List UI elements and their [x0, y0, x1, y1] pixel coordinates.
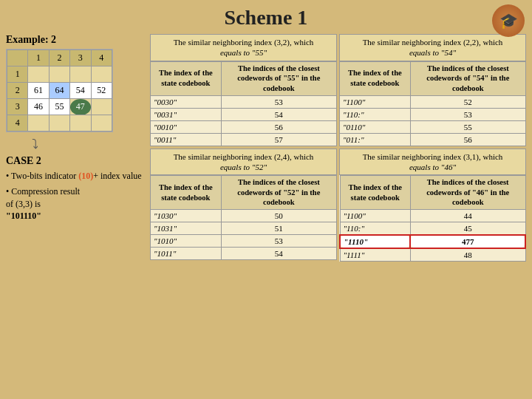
sections-grid: The similar neighboring index (3,2), whi… [150, 34, 526, 262]
grid-cell [70, 115, 91, 132]
grid-row-header-1: 1 [7, 66, 28, 83]
result-code: "101110" [6, 211, 41, 221]
cell-value: 55 [410, 120, 525, 133]
table-row: "011:"56 [340, 133, 526, 146]
indicator-value: (10) [78, 171, 93, 181]
section-header-tl-line2: equals to "55" [220, 48, 267, 57]
page-title: Scheme 1 [0, 0, 532, 34]
grid-cell-61: 61 [28, 83, 49, 99]
two-bits-text: Two-bits indicator [11, 171, 78, 181]
grid-cell [28, 66, 49, 83]
table-row: "1030"50 [151, 210, 337, 222]
cell-code-highlighted: "1110" [340, 235, 410, 248]
col1-header-tr: The index of the state codebook [340, 61, 411, 95]
grid-col-4: 4 [91, 50, 112, 66]
cell-value: 44 [410, 210, 525, 222]
section-header-tr-line2: equals to "54" [409, 48, 456, 57]
table-row: "110:"45 [340, 222, 525, 236]
left-panel: Example: 2 1 2 3 4 1 [6, 34, 150, 262]
cell-value: 53 [221, 235, 336, 248]
example-label: Example: 2 [6, 34, 144, 46]
col1-header-bl: The index of the state codebook [151, 176, 222, 210]
section-header-bl: The similar neighboring index (2,4), whi… [150, 149, 337, 176]
cell-value: 51 [221, 222, 336, 235]
table-bl: The index of the state codebook The indi… [150, 175, 337, 260]
grid-cell [91, 115, 112, 132]
cell-code: "1100" [340, 95, 411, 108]
col2-header-br: The indices of the closest codewords of … [410, 176, 525, 210]
section-header-tl-line1: The similar neighboring index (3,2), whi… [174, 38, 314, 47]
section-header-br: The similar neighboring index (3,1), whi… [339, 149, 526, 176]
table-row: "1111"48 [340, 248, 525, 262]
grid-cell [28, 115, 49, 132]
cell-code: "1010" [151, 235, 222, 248]
cell-code: "0110" [340, 120, 411, 133]
table-tl: The index of the state codebook The indi… [150, 61, 337, 146]
col2-header-tr: The indices of the closest codewords of … [410, 61, 525, 95]
grid-corner [7, 50, 28, 66]
cell-code: "0011" [151, 133, 222, 146]
grid-container: 1 2 3 4 1 2 61 [6, 49, 113, 132]
section-top-right: The similar neighboring index (2,2), whi… [339, 34, 526, 146]
grid-cell-55: 55 [49, 99, 69, 115]
section-header-bl-line2: equals to "52" [220, 163, 267, 171]
arrow-indicator: ⤵ [32, 137, 144, 152]
cell-value-highlighted: 477 [410, 235, 525, 248]
table-row: "0031"54 [151, 108, 337, 120]
cell-code: "110:" [340, 222, 410, 236]
table-row: "0030"53 [151, 95, 337, 108]
cell-code: "1031" [151, 222, 222, 235]
cell-value: 56 [221, 120, 336, 133]
grid-col-2: 2 [49, 50, 69, 66]
bullet-list: • Two-bits indicator (10)+ index value •… [6, 170, 144, 222]
grid-col-3: 3 [70, 50, 91, 66]
section-header-bl-line1: The similar neighboring index (2,4), whi… [174, 152, 314, 161]
cell-code: "011:" [340, 133, 411, 146]
section-header-br-line2: equals to "46" [409, 163, 456, 171]
cell-value: 48 [410, 248, 525, 262]
grid-cell-64: 64 [49, 83, 69, 99]
table-tr: The index of the state codebook The indi… [339, 61, 526, 146]
cell-code: "1111" [340, 248, 410, 262]
cell-value: 52 [410, 95, 525, 108]
table-row: "1100"52 [340, 95, 526, 108]
table-row: "0011"57 [151, 133, 337, 146]
table-br: The index of the state codebook The indi… [339, 175, 526, 262]
logo-icon: 🎓 [492, 4, 525, 37]
cell-code: "1100" [340, 210, 410, 222]
col1-header-br: The index of the state codebook [340, 176, 410, 210]
table-row: "1011"54 [151, 248, 337, 260]
table-row: "110:"53 [340, 108, 526, 120]
cell-value: 54 [221, 248, 336, 260]
cell-code: "1030" [151, 210, 222, 222]
grid-cell-54: 54 [70, 83, 91, 99]
cell-code: "0010" [151, 120, 222, 133]
grid-col-1: 1 [28, 50, 49, 66]
cell-value: 50 [221, 210, 336, 222]
grid-cell [70, 66, 91, 83]
grid-cell-52: 52 [91, 83, 112, 99]
grid-row-header-2: 2 [7, 83, 28, 99]
bullet-1: • Two-bits indicator (10)+ index value [6, 170, 144, 183]
case-label: CASE 2 [6, 155, 144, 167]
cell-code: "1011" [151, 248, 222, 260]
grid-row-header-4: 4 [7, 115, 28, 132]
table-row: "0010"56 [151, 120, 337, 133]
grid-cell [49, 115, 69, 132]
col1-header-tl: The index of the state codebook [151, 61, 222, 95]
cell-value: 45 [410, 222, 525, 236]
section-bottom-left: The similar neighboring index (2,4), whi… [150, 149, 337, 262]
cell-value: 56 [410, 133, 525, 146]
grid-cell-46: 46 [28, 99, 49, 115]
cell-value: 57 [221, 133, 336, 146]
grid-cell-47: 47 [70, 99, 91, 115]
section-top-left: The similar neighboring index (3,2), whi… [150, 34, 337, 146]
table-row highlighted-row: "1110" 477 [340, 235, 525, 248]
plus-text: + index value [93, 171, 141, 181]
grid-cell-empty [91, 99, 112, 115]
cell-code: "0030" [151, 95, 222, 108]
section-header-tr: The similar neighboring index (2,2), whi… [339, 34, 526, 61]
cell-value: 53 [221, 95, 336, 108]
grid-row-header-3: 3 [7, 99, 28, 115]
grid-cell [91, 66, 112, 83]
